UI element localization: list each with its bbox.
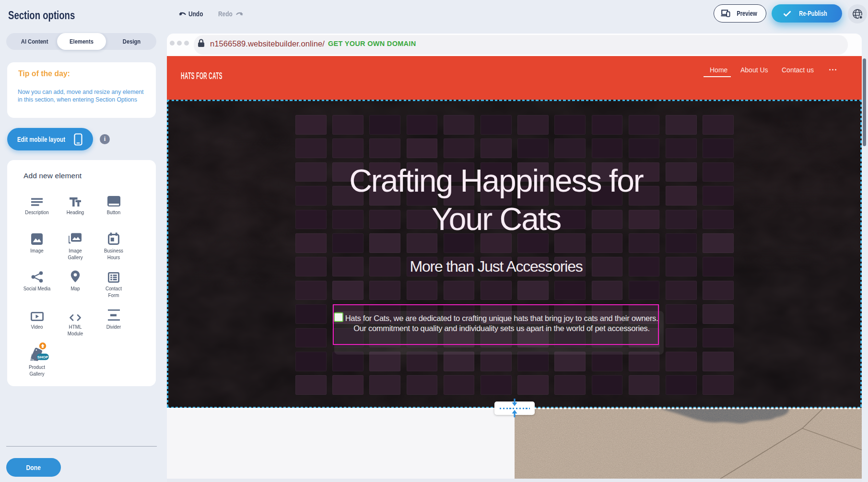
svg-text:SHOP: SHOP [37, 355, 48, 359]
